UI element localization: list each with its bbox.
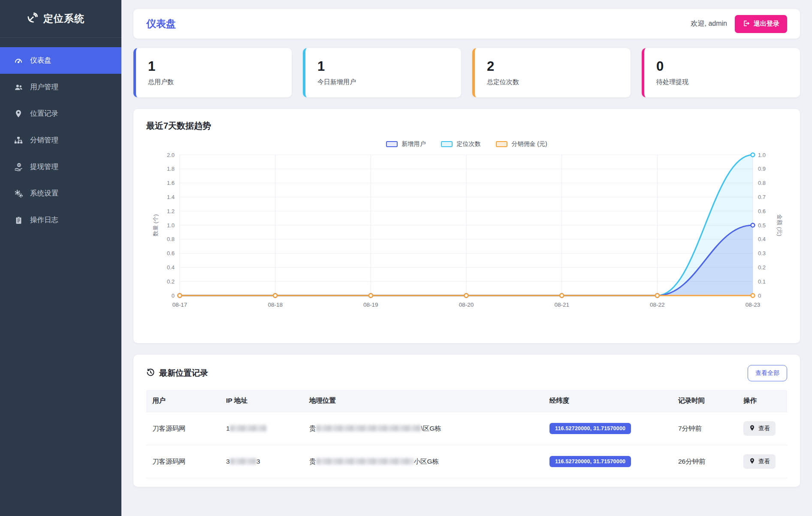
view-marker-icon: [749, 425, 755, 432]
svg-text:0.7: 0.7: [758, 194, 766, 200]
view-button[interactable]: 查看: [743, 421, 776, 436]
chart-legend: 新增用户定位次数分销佣金 (元): [146, 140, 787, 148]
svg-text:数量 (个): 数量 (个): [152, 214, 159, 236]
cell-action: 查看: [737, 445, 787, 478]
stat-value: 1: [148, 59, 280, 74]
cell-location: 贵\区G栋: [303, 412, 543, 445]
sidebar-item-label: 分销管理: [30, 136, 58, 145]
cell-ip: 1: [220, 412, 303, 445]
legend-item-定位次数[interactable]: 定位次数: [441, 140, 480, 148]
legend-label: 新增用户: [401, 140, 426, 148]
svg-text:1.2: 1.2: [167, 208, 175, 214]
cell-user: 刀客源码网: [146, 412, 220, 445]
logout-icon: [743, 20, 750, 28]
legend-item-新增用户[interactable]: 新增用户: [386, 140, 426, 148]
trend-line-chart: 00.20.40.60.81.01.21.41.61.82.000.10.20.…: [146, 148, 787, 314]
trend-chart-card: 最近7天数据趋势 新增用户定位次数分销佣金 (元) 00.20.40.60.81…: [133, 109, 800, 343]
table-row: 刀客源码网33贵小区G栋116.52720000, 31.7157000026分…: [146, 445, 787, 478]
svg-text:08-18: 08-18: [268, 302, 283, 308]
table-row: 刀客源码网1贵\区G栋116.52720000, 31.715700007分钟前…: [146, 412, 787, 445]
logout-button[interactable]: 退出登录: [735, 15, 787, 33]
cell-coords: 116.52720000, 31.71570000: [543, 412, 672, 445]
column-header-操作: 操作: [737, 390, 787, 412]
stat-card-待处理提现: 0待处理提现: [642, 48, 800, 97]
app-title: 定位系统: [43, 12, 85, 25]
users-icon: [14, 82, 23, 92]
view-button[interactable]: 查看: [743, 454, 776, 469]
latest-records-card: 最新位置记录 查看全部 用户IP 地址地理位置经纬度记录时间操作 刀客源码网1贵…: [133, 355, 800, 487]
main-content: 仪表盘 欢迎, admin 退出登录 1总用户数1今日新增用户2总定位次数0待处…: [121, 0, 812, 516]
satellite-dish-icon: [27, 12, 38, 25]
sidebar-item-用户管理[interactable]: 用户管理: [0, 74, 121, 100]
svg-text:08-23: 08-23: [746, 302, 761, 308]
svg-text:0.2: 0.2: [758, 264, 766, 271]
blurred-address: [316, 425, 421, 432]
svg-text:0.6: 0.6: [758, 208, 766, 214]
cell-action: 查看: [737, 412, 787, 445]
svg-text:1.0: 1.0: [758, 152, 766, 158]
svg-text:08-20: 08-20: [459, 302, 474, 308]
svg-text:1.0: 1.0: [167, 222, 175, 229]
map-marker-icon: [14, 109, 23, 118]
cell-location: 贵小区G栋: [303, 445, 543, 478]
chart-title: 最近7天数据趋势: [146, 120, 787, 132]
gears-icon: [14, 189, 23, 198]
stat-card-总定位次数: 2总定位次数: [472, 48, 631, 97]
sidebar-item-分销管理[interactable]: 分销管理: [0, 127, 121, 154]
svg-text:0.8: 0.8: [167, 236, 175, 242]
clipboard-icon: [14, 215, 23, 225]
svg-text:0.9: 0.9: [758, 166, 766, 172]
sidebar-item-提现管理[interactable]: $提现管理: [0, 154, 121, 180]
svg-text:0.4: 0.4: [758, 236, 766, 242]
page-title: 仪表盘: [146, 17, 176, 30]
view-button-label: 查看: [758, 458, 770, 465]
stat-label: 待处理提现: [656, 78, 788, 86]
sidebar-item-label: 提现管理: [30, 162, 58, 172]
app-logo: 定位系统: [0, 0, 121, 38]
blurred-address: [316, 458, 414, 465]
sidebar-item-位置记录[interactable]: 位置记录: [0, 100, 121, 127]
column-header-IP 地址: IP 地址: [220, 390, 303, 412]
svg-text:0.4: 0.4: [167, 264, 175, 271]
hand-dollar-icon: $: [14, 162, 23, 172]
stat-label: 今日新增用户: [317, 78, 449, 86]
column-header-用户: 用户: [146, 390, 220, 412]
legend-item-分销佣金 (元)[interactable]: 分销佣金 (元): [496, 140, 547, 148]
sidebar-item-label: 仪表盘: [30, 56, 51, 65]
stat-value: 0: [656, 59, 788, 74]
sidebar-item-仪表盘[interactable]: 仪表盘: [0, 47, 121, 74]
svg-text:08-22: 08-22: [650, 302, 665, 308]
stat-label: 总定位次数: [487, 78, 619, 86]
stat-value: 2: [487, 59, 619, 74]
sitemap-icon: [14, 136, 23, 145]
legend-label: 定位次数: [456, 140, 480, 148]
svg-text:2.0: 2.0: [167, 152, 175, 158]
legend-swatch: [386, 141, 398, 147]
stat-label: 总用户数: [148, 78, 280, 86]
records-header-row: 用户IP 地址地理位置经纬度记录时间操作: [146, 390, 787, 412]
cell-time: 7分钟前: [672, 412, 737, 445]
svg-text:0.8: 0.8: [758, 180, 766, 186]
coordinates-badge: 116.52720000, 31.71570000: [549, 423, 631, 434]
column-header-地理位置: 地理位置: [303, 390, 543, 412]
view-all-button[interactable]: 查看全部: [748, 365, 787, 381]
sidebar-item-系统设置[interactable]: 系统设置: [0, 180, 121, 207]
column-header-记录时间: 记录时间: [672, 390, 737, 412]
view-button-label: 查看: [758, 425, 770, 432]
cell-ip: 33: [220, 445, 303, 478]
svg-text:0: 0: [758, 293, 761, 299]
coordinates-badge: 116.52720000, 31.71570000: [549, 456, 631, 467]
svg-text:金额 (元): 金额 (元): [776, 214, 783, 236]
sidebar-item-操作日志[interactable]: 操作日志: [0, 207, 121, 233]
legend-label: 分销佣金 (元): [511, 140, 547, 148]
column-header-经纬度: 经纬度: [543, 390, 672, 412]
sidebar-menu: 仪表盘用户管理位置记录分销管理$提现管理系统设置操作日志: [0, 38, 121, 233]
blurred-ip: [230, 425, 266, 432]
svg-text:08-17: 08-17: [172, 302, 187, 308]
sidebar-item-label: 系统设置: [30, 189, 58, 198]
welcome-text: 欢迎, admin: [691, 19, 727, 28]
view-marker-icon: [749, 458, 755, 465]
legend-swatch: [441, 141, 453, 147]
svg-text:0.3: 0.3: [758, 250, 766, 256]
svg-text:08-21: 08-21: [554, 302, 569, 308]
